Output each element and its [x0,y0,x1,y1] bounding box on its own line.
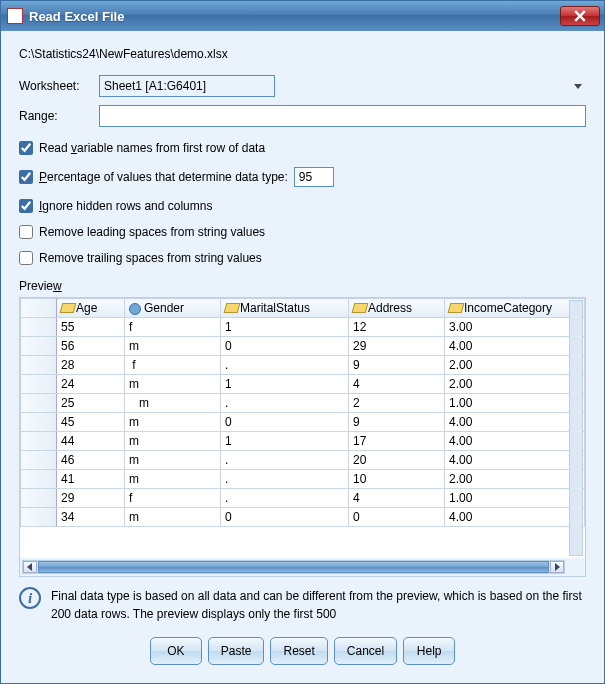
cancel-button[interactable]: Cancel [334,637,397,665]
table-row[interactable]: 24m142.00 [21,375,585,394]
cell[interactable]: . [221,489,349,508]
cell[interactable]: 1 [221,375,349,394]
cell[interactable]: f [125,318,221,337]
cell[interactable]: 17 [349,432,445,451]
row-header[interactable] [21,489,57,508]
cell[interactable]: m [125,470,221,489]
cell[interactable]: 4.00 [445,451,585,470]
row-header[interactable] [21,337,57,356]
cell[interactable]: 29 [349,337,445,356]
cell[interactable]: m [125,375,221,394]
remove-leading-checkbox[interactable] [19,225,33,239]
table-row[interactable]: 34m004.00 [21,508,585,527]
cell[interactable]: . [221,356,349,375]
cell[interactable]: 0 [221,337,349,356]
ignore-hidden-checkbox[interactable] [19,199,33,213]
table-row[interactable]: 29f.41.00 [21,489,585,508]
pct-values-checkbox[interactable] [19,170,33,184]
cell[interactable]: 0 [349,508,445,527]
cell[interactable]: . [221,470,349,489]
cell[interactable]: . [221,451,349,470]
cell[interactable]: 41 [57,470,125,489]
cell[interactable]: 44 [57,432,125,451]
scroll-left-button[interactable] [23,561,37,573]
range-input[interactable] [99,105,586,127]
cell[interactable]: m [125,337,221,356]
row-header[interactable] [21,413,57,432]
row-header[interactable] [21,318,57,337]
cell[interactable]: 2.00 [445,356,585,375]
table-row[interactable]: 41m.102.00 [21,470,585,489]
cell[interactable]: 24 [57,375,125,394]
cell[interactable]: 3.00 [445,318,585,337]
cell[interactable]: 4.00 [445,413,585,432]
table-row[interactable]: 45m094.00 [21,413,585,432]
cell[interactable]: f [125,356,221,375]
cell[interactable]: 9 [349,356,445,375]
cell[interactable]: 28 [57,356,125,375]
column-header[interactable]: Age [57,299,125,318]
row-header[interactable] [21,470,57,489]
cell[interactable]: 29 [57,489,125,508]
cell[interactable]: 55 [57,318,125,337]
table-row[interactable]: 28 f.92.00 [21,356,585,375]
table-row[interactable]: 25 m.21.00 [21,394,585,413]
remove-trailing-checkbox[interactable] [19,251,33,265]
cell[interactable]: 0 [221,413,349,432]
cell[interactable]: m [125,394,221,413]
column-header[interactable]: Gender [125,299,221,318]
cell[interactable]: 1.00 [445,489,585,508]
cell[interactable]: 2.00 [445,375,585,394]
cell[interactable]: 20 [349,451,445,470]
cell[interactable]: 34 [57,508,125,527]
scroll-right-button[interactable] [550,561,564,573]
cell[interactable]: 1.00 [445,394,585,413]
table-row[interactable]: 56m0294.00 [21,337,585,356]
row-header[interactable] [21,356,57,375]
row-header[interactable] [21,375,57,394]
row-header[interactable] [21,394,57,413]
cell[interactable]: 10 [349,470,445,489]
column-header[interactable]: MaritalStatus [221,299,349,318]
close-button[interactable] [560,6,600,26]
cell[interactable]: 0 [221,508,349,527]
help-button[interactable]: Help [403,637,455,665]
ok-button[interactable]: OK [150,637,202,665]
cell[interactable]: 25 [57,394,125,413]
titlebar[interactable]: Read Excel File [1,1,604,31]
cell[interactable]: 56 [57,337,125,356]
cell[interactable]: m [125,413,221,432]
cell[interactable]: 4 [349,375,445,394]
horizontal-scrollbar[interactable] [22,560,565,574]
cell[interactable]: 2.00 [445,470,585,489]
cell[interactable]: 46 [57,451,125,470]
column-header[interactable]: Address [349,299,445,318]
cell[interactable]: 4.00 [445,337,585,356]
cell[interactable]: m [125,508,221,527]
cell[interactable]: 4.00 [445,432,585,451]
cell[interactable]: 12 [349,318,445,337]
cell[interactable]: 4 [349,489,445,508]
cell[interactable]: 2 [349,394,445,413]
cell[interactable]: . [221,394,349,413]
cell[interactable]: f [125,489,221,508]
pct-values-input[interactable] [294,167,334,187]
table-row[interactable]: 44m1174.00 [21,432,585,451]
table-row[interactable]: 46m.204.00 [21,451,585,470]
cell[interactable]: m [125,451,221,470]
row-header[interactable] [21,432,57,451]
row-header[interactable] [21,508,57,527]
column-header[interactable]: IncomeCategory [445,299,585,318]
row-header[interactable] [21,451,57,470]
scroll-thumb[interactable] [38,561,549,573]
cell[interactable]: 45 [57,413,125,432]
preview-table-wrap[interactable]: AgeGenderMaritalStatusAddressIncomeCateg… [20,298,585,558]
cell[interactable]: 4.00 [445,508,585,527]
cell[interactable]: 9 [349,413,445,432]
cell[interactable]: 1 [221,432,349,451]
vertical-scrollbar[interactable] [569,300,583,556]
reset-button[interactable]: Reset [270,637,327,665]
cell[interactable]: 1 [221,318,349,337]
read-varnames-checkbox[interactable] [19,141,33,155]
cell[interactable]: m [125,432,221,451]
